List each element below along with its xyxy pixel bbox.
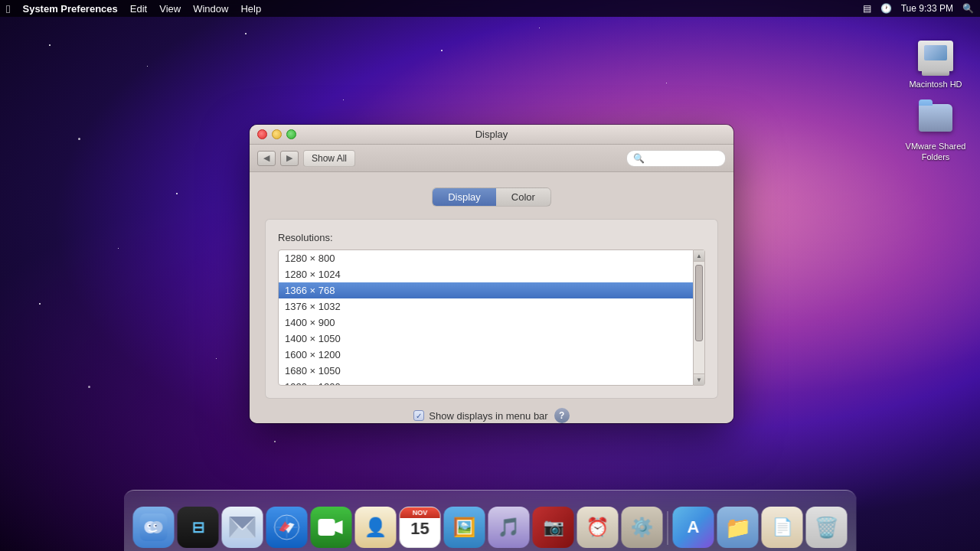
tab-bar: Display Color <box>265 187 718 207</box>
macintosh-hd-icon <box>916 36 956 76</box>
menubar-search-icon[interactable]: 🔍 <box>962 3 974 14</box>
dock-divider <box>668 511 668 545</box>
menubar-clock-icon: 🕐 <box>880 3 892 14</box>
resolution-item-7[interactable]: 1680 × 1050 <box>279 363 693 379</box>
resolution-item-8[interactable]: 1920 × 1200 <box>279 379 693 386</box>
show-displays-checkbox-wrapper: ✓ Show displays in menu bar <box>413 410 547 422</box>
scroll-up-arrow[interactable]: ▲ <box>694 250 704 262</box>
appstore-icon: A <box>673 507 714 548</box>
resolution-item-6[interactable]: 1600 × 1200 <box>279 347 693 363</box>
menubar-time: Tue 9:33 PM <box>901 3 953 14</box>
iphoto-icon: 🖼️ <box>444 507 485 548</box>
search-icon: 🔍 <box>633 153 645 164</box>
facetime-icon <box>311 507 352 548</box>
window-maximize-button[interactable] <box>286 129 296 139</box>
macintosh-hd-label: Macintosh HD <box>909 79 962 90</box>
contacts-icon: 👤 <box>355 507 397 548</box>
app-menu-system-preferences[interactable]: System Preferences <box>22 3 117 15</box>
resolution-item-3[interactable]: 1376 × 1032 <box>279 298 693 315</box>
menubar:  System Preferences Edit View Window He… <box>0 0 980 17</box>
resolution-item-2[interactable]: 1366 × 768 <box>279 282 693 298</box>
desktop-icon-macintosh-hd[interactable]: Macintosh HD <box>905 36 966 90</box>
back-button[interactable]: ◀ <box>257 151 276 166</box>
calendar-icon: NOV 15 <box>400 507 441 548</box>
show-displays-checkbox[interactable]: ✓ <box>413 410 424 421</box>
finder-icon <box>133 507 175 548</box>
window-toolbar: ◀ ▶ Show All 🔍 <box>250 145 733 172</box>
scroll-track <box>694 262 704 373</box>
resolution-item-1[interactable]: 1280 × 1024 <box>279 266 693 282</box>
tab-color[interactable]: Color <box>496 188 550 206</box>
docsfolder-icon: 📁 <box>717 507 759 548</box>
dock: ⊟ <box>124 490 857 551</box>
dock-item-itunes[interactable]: 🎵 <box>488 507 530 548</box>
pdffolder-icon: 📄 <box>762 507 803 548</box>
window-titlebar: Display <box>250 125 733 145</box>
systemprefs-icon: ⚙️ <box>622 507 663 548</box>
dock-item-docsfolder[interactable]: 📁 <box>717 507 759 548</box>
dock-item-timemachine[interactable]: ⏰ <box>577 507 619 548</box>
dock-item-facetime[interactable] <box>311 507 352 548</box>
menubar-right: ▤ 🕐 Tue 9:33 PM 🔍 <box>863 3 974 14</box>
dock-item-pdffolder[interactable]: 📄 <box>762 507 803 548</box>
tab-display[interactable]: Display <box>433 188 496 206</box>
svg-point-5 <box>149 525 151 527</box>
menubar-display-icon: ▤ <box>863 3 871 14</box>
search-box[interactable]: 🔍 <box>626 150 726 167</box>
vmware-label: VMware Shared Folders <box>905 141 966 163</box>
scroll-thumb[interactable] <box>695 265 703 341</box>
resolutions-container: 1280 × 800 1280 × 1024 1366 × 768 1376 ×… <box>278 249 705 386</box>
menu-view[interactable]: View <box>159 3 181 15</box>
dock-item-finder[interactable] <box>133 507 175 548</box>
menu-help[interactable]: Help <box>240 3 261 15</box>
window-minimize-button[interactable] <box>272 129 282 139</box>
window-title: Display <box>475 129 508 140</box>
dock-item-dashboard[interactable]: ⊟ <box>178 507 219 548</box>
dock-item-contacts[interactable]: 👤 <box>355 507 397 548</box>
window-content: Display Color Resolutions: 1280 × 800 12… <box>250 172 733 423</box>
forward-button[interactable]: ▶ <box>280 151 299 166</box>
dock-item-photobooth[interactable]: 📷 <box>533 507 574 548</box>
menu-edit[interactable]: Edit <box>130 3 147 15</box>
help-button[interactable]: ? <box>554 408 570 423</box>
tab-group: Display Color <box>432 187 551 207</box>
vmware-icon <box>916 98 956 138</box>
resolutions-scrollbar[interactable]: ▲ ▼ <box>694 249 705 386</box>
svg-point-6 <box>155 525 157 527</box>
safari-icon <box>266 507 308 548</box>
resolution-item-5[interactable]: 1400 × 1050 <box>279 331 693 347</box>
menubar-left:  System Preferences Edit View Window He… <box>6 2 261 15</box>
window-bottom: ✓ Show displays in menu bar ? <box>265 399 718 423</box>
desktop-icon-vmware[interactable]: VMware Shared Folders <box>905 98 966 163</box>
dock-item-calendar[interactable]: NOV 15 <box>400 507 441 548</box>
photobooth-icon: 📷 <box>533 507 574 548</box>
resolutions-list[interactable]: 1280 × 800 1280 × 1024 1366 × 768 1376 ×… <box>278 249 694 386</box>
dock-item-iphoto[interactable]: 🖼️ <box>444 507 485 548</box>
mail-icon <box>222 507 263 548</box>
dock-item-systemprefs[interactable]: ⚙️ <box>622 507 663 548</box>
show-displays-label: Show displays in menu bar <box>429 410 547 422</box>
trash-icon: 🗑️ <box>806 507 848 548</box>
svg-rect-17 <box>318 519 335 536</box>
resolution-item-0[interactable]: 1280 × 800 <box>279 250 693 266</box>
window-close-button[interactable] <box>257 129 267 139</box>
display-preferences-window: Display ◀ ▶ Show All 🔍 Display Color Res… <box>250 125 733 423</box>
apple-menu[interactable]:  <box>6 2 10 15</box>
svg-marker-18 <box>335 520 343 534</box>
scroll-down-arrow[interactable]: ▼ <box>694 373 704 385</box>
itunes-icon: 🎵 <box>488 507 530 548</box>
dashboard-icon: ⊟ <box>178 507 219 548</box>
resolution-item-4[interactable]: 1400 × 900 <box>279 315 693 331</box>
traffic-lights <box>257 129 296 139</box>
dock-item-trash[interactable]: 🗑️ <box>806 507 848 548</box>
menu-window[interactable]: Window <box>193 3 228 15</box>
display-panel: Resolutions: 1280 × 800 1280 × 1024 1366… <box>265 219 718 399</box>
dock-item-mail[interactable] <box>222 507 263 548</box>
show-all-button[interactable]: Show All <box>303 150 355 167</box>
resolutions-label: Resolutions: <box>278 232 705 243</box>
dock-item-safari[interactable] <box>266 507 308 548</box>
timemachine-icon: ⏰ <box>577 507 619 548</box>
dock-item-appstore[interactable]: A <box>673 507 714 548</box>
